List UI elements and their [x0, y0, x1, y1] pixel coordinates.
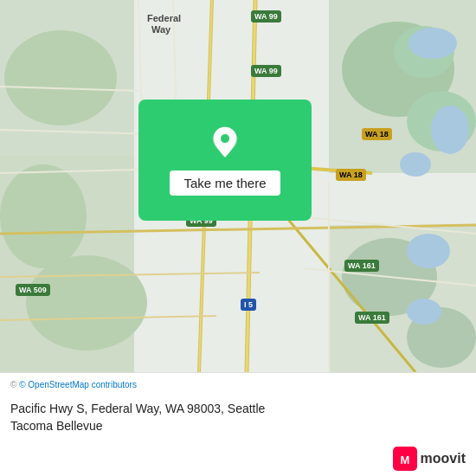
copyright-line: © © OpenStreetMap contributors: [10, 380, 466, 389]
svg-point-14: [431, 106, 469, 154]
road-badge-wa161-1: WA 161: [344, 260, 379, 272]
map-view: Federal Way WA 99 WA 99 WA 99 WA 18 WA 1…: [0, 0, 476, 372]
road-badge-wa99-2: WA 99: [251, 65, 281, 77]
road-badge-wa509: WA 509: [16, 284, 50, 296]
svg-point-5: [26, 255, 147, 351]
road-badge-wa18-2: WA 18: [336, 169, 366, 181]
svg-text:M: M: [400, 453, 409, 466]
moovit-icon: M: [393, 447, 417, 471]
moovit-text: moovit: [421, 451, 466, 466]
copyright-symbol: ©: [10, 380, 19, 389]
location-pin-icon: [207, 125, 243, 162]
moovit-branding: M moovit: [10, 447, 466, 471]
svg-point-40: [221, 134, 229, 143]
address-line1: Pacific Hwy S, Federal Way, WA 98003, Se…: [10, 401, 466, 418]
road-badge-i5: I 5: [241, 299, 256, 311]
osm-link[interactable]: © OpenStreetMap contributors: [19, 380, 137, 389]
address-text: Pacific Hwy S, Federal Way, WA 98003, Se…: [10, 401, 466, 434]
svg-point-16: [407, 234, 450, 268]
address-line2: Tacoma Bellevue: [10, 418, 466, 435]
svg-point-13: [408, 28, 457, 59]
svg-text:Federal: Federal: [147, 13, 181, 23]
road-badge-wa161-2: WA 161: [355, 312, 389, 324]
svg-text:Way: Way: [151, 24, 171, 35]
take-me-there-button[interactable]: Take me there: [170, 170, 280, 196]
svg-point-4: [0, 164, 87, 268]
road-badge-wa18-1: WA 18: [362, 128, 392, 140]
location-card[interactable]: Take me there: [138, 100, 312, 221]
svg-point-17: [407, 299, 441, 325]
footer: © © OpenStreetMap contributors Pacific H…: [0, 372, 476, 476]
svg-point-3: [4, 30, 117, 125]
road-badge-wa99-1: WA 99: [251, 10, 281, 23]
svg-point-15: [400, 152, 431, 177]
